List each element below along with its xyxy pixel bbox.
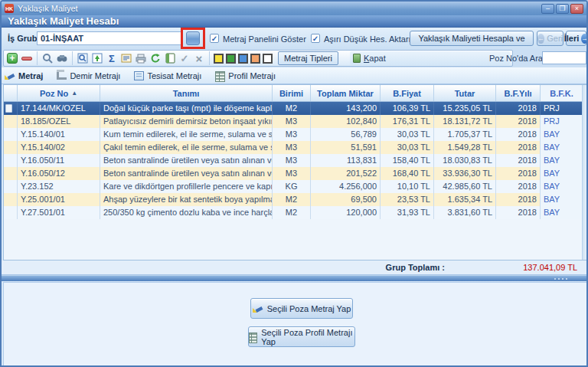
next-button[interactable]: İleri →	[566, 31, 586, 46]
kapat-button[interactable]: Kapat	[350, 51, 510, 65]
poz-table: Poz No▲TanımıBirimiToplam MiktarB.FiyatT…	[3, 84, 588, 261]
row-indicator-cell	[4, 180, 18, 193]
table-row[interactable]: Y.27.501/01 250/350 kg çimento dozlu kab…	[4, 206, 587, 219]
search-icon[interactable]	[41, 52, 54, 64]
delete-icon[interactable]	[21, 52, 33, 64]
poz-no-search-input[interactable]	[542, 51, 586, 64]
row-indicator-cell	[4, 154, 18, 167]
close-button[interactable]: ×	[570, 4, 583, 14]
row-indicator-cell	[4, 167, 18, 180]
report-icon[interactable]	[164, 52, 176, 64]
color-swatch-blue[interactable]	[238, 54, 248, 64]
detail-icon[interactable]	[120, 52, 132, 64]
column-header-ind[interactable]	[4, 85, 18, 101]
form-row: İş Grubu 01-İNŞAAT ✓ Metraj Panelini Gös…	[2, 28, 586, 49]
group-total-value: 137.041,09 TL	[523, 263, 577, 272]
panel-splitter[interactable]	[2, 275, 586, 281]
app-icon: HK	[5, 4, 14, 13]
metraj-tabs: MetrajDemir MetrajıTesisat MetrajıProfil…	[2, 67, 586, 84]
asiri-dusuk-checkbox[interactable]: ✓	[311, 34, 320, 43]
pencil-icon	[5, 71, 15, 80]
find-icon[interactable]	[56, 52, 68, 64]
row-indicator-cell	[4, 141, 18, 154]
rebar-icon	[57, 71, 67, 80]
preview-icon[interactable]	[77, 52, 89, 64]
row-indicator-cell	[4, 115, 18, 128]
tab-label: Metraj	[18, 71, 43, 80]
column-header-miktar[interactable]: Toplam Miktar	[311, 85, 381, 101]
grid-icon	[134, 71, 144, 80]
table-row[interactable]: Y.16.050/11 Beton santralinde üretilen v…	[4, 154, 587, 167]
back-arrow-icon: ←	[537, 34, 544, 44]
cancel-icon[interactable]: ×	[193, 52, 205, 64]
column-header-fiyat[interactable]: B.Fiyat	[381, 85, 434, 101]
print-icon[interactable]	[135, 52, 147, 64]
color-swatch-white[interactable]	[263, 54, 273, 64]
table-body: 17.144/MK/OZEL Doğal küçük parke taşı (m…	[4, 102, 587, 219]
app-window: HK Yaklaşık Maliyet – ❐ × Yaklaşık Maliy…	[0, 0, 588, 367]
tab-label: Demir Metrajı	[70, 71, 120, 80]
metraj-tipleri-button[interactable]: Metraj Tipleri	[278, 51, 338, 65]
is-grubu-combobox[interactable]: 01-İNŞAAT	[37, 31, 182, 45]
bottom-panel: Seçili Poza Metraj Yap Seçili Poza Profi…	[3, 282, 588, 367]
tab-profil-metraj-[interactable]: Profil Metrajı	[215, 71, 276, 80]
sum-icon[interactable]: Σ	[106, 52, 118, 64]
color-swatch-green[interactable]	[226, 54, 236, 64]
calculate-report-button[interactable]: Yaklaşık Maliyeti Hesapla ve Raporla	[410, 31, 534, 46]
metraj-panel-checkbox[interactable]: ✓	[210, 34, 219, 43]
apply-icon[interactable]: ✓	[178, 52, 191, 64]
tab-label: Profil Metrajı	[228, 71, 276, 80]
back-button[interactable]: ← Geri	[537, 31, 564, 46]
profile-icon	[249, 333, 257, 342]
toolbar-band: + Σ	[2, 49, 586, 67]
door-icon	[353, 54, 361, 63]
tab-demir-metraj-[interactable]: Demir Metrajı	[57, 71, 120, 80]
poz-no-ara-label: Poz No'da Ara	[489, 54, 543, 63]
color-swatch-orange[interactable]	[250, 54, 260, 64]
page-title: Yaklaşık Maliyet Hesabı	[8, 15, 119, 27]
export-icon[interactable]	[91, 52, 103, 64]
row-indicator-cell	[4, 128, 18, 141]
table-row[interactable]: Y.23.152 Kare ve dikdörtgen profillerle …	[4, 180, 587, 193]
page-header: Yaklaşık Maliyet Hesabı	[2, 15, 586, 28]
maximize-button[interactable]: ❐	[556, 4, 569, 14]
table-row[interactable]: Y.16.050/12 Beton santralinde üretilen v…	[4, 167, 587, 180]
toolbar: + Σ	[3, 50, 513, 67]
refresh-icon[interactable]	[149, 52, 162, 64]
tab-metraj[interactable]: Metraj	[5, 71, 43, 80]
row-indicator-cell	[4, 102, 18, 115]
next-arrow-icon: →	[581, 34, 588, 44]
table-row[interactable]: 17.144/MK/OZEL Doğal küçük parke taşı (m…	[4, 102, 587, 115]
row-indicator-cell	[4, 206, 18, 219]
pencil-icon	[253, 304, 263, 313]
table-row[interactable]: Y.15.140/01 Kum temin edilerek, el ile s…	[4, 128, 587, 141]
sort-ascending-icon: ▲	[71, 90, 77, 97]
column-header-tanim[interactable]: Tanımı	[100, 85, 273, 101]
window-title: Yaklaşık Maliyet	[18, 4, 78, 13]
column-header-yil[interactable]: B.F.Yılı	[496, 85, 541, 101]
annotation-rectangle	[181, 28, 205, 49]
table-row[interactable]: 18.185/OZEL Patlayıcısız demirli demirsi…	[4, 115, 587, 128]
column-header-bfk[interactable]: B.F.K.	[541, 85, 583, 101]
table-row[interactable]: Y.15.140/02 Çakıl temin edilerek, el ile…	[4, 141, 587, 154]
group-total-label: Grup Toplamı :	[386, 263, 445, 272]
title-bar[interactable]: HK Yaklaşık Maliyet – ❐ ×	[2, 2, 586, 15]
minimize-button[interactable]: –	[541, 4, 554, 14]
metraj-panel-checkbox-label: Metraj Panelini Göster	[223, 34, 306, 44]
color-swatch-yellow[interactable]	[214, 54, 224, 64]
profile-icon	[215, 71, 225, 80]
grid-header-row[interactable]: Poz No▲TanımıBirimiToplam MiktarB.FiyatT…	[4, 85, 587, 102]
tab-tesisat-metraj-[interactable]: Tesisat Metrajı	[134, 71, 201, 80]
focused-row-indicator	[5, 104, 12, 113]
vertical-scrollbar[interactable]	[582, 85, 587, 260]
group-total-row: Grup Toplamı : 137.041,09 TL	[2, 261, 586, 275]
secili-poza-profil-metraj-yap-button[interactable]: Seçili Poza Profil Metrajı Yap	[248, 326, 355, 347]
column-header-tutar[interactable]: Tutar	[434, 85, 496, 101]
add-icon[interactable]: +	[6, 52, 18, 64]
column-header-birim[interactable]: Birimi	[273, 85, 311, 101]
tab-label: Tesisat Metrajı	[147, 71, 201, 80]
table-row[interactable]: Y.25.001/01 Ahşap yüzeylere bir kat sent…	[4, 193, 587, 206]
secili-poza-metraj-yap-button[interactable]: Seçili Poza Metraj Yap	[250, 298, 353, 319]
column-header-poz[interactable]: Poz No▲	[18, 85, 100, 101]
row-indicator-cell	[4, 193, 18, 206]
